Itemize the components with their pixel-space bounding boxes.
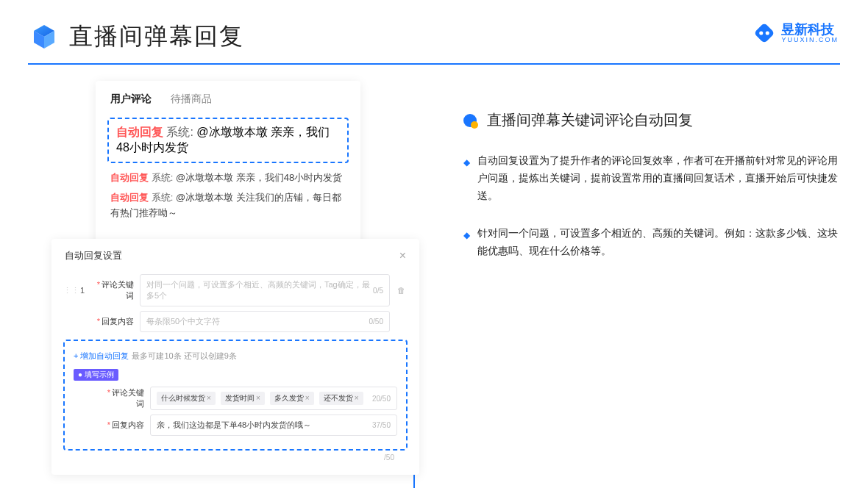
page-title: 直播间弹幕回复 [69, 21, 244, 53]
tab-pending-goods[interactable]: 待播商品 [171, 93, 212, 106]
tab-user-comments[interactable]: 用户评论 [110, 93, 152, 106]
section-title: 直播间弹幕关键词评论自动回复 [487, 110, 693, 130]
footer-count: /50 [384, 453, 394, 462]
content-label: 回复内容 [102, 317, 134, 326]
diamond-icon: ◆ [463, 155, 470, 204]
row-index: 1 [74, 286, 91, 295]
cube-icon [29, 22, 59, 51]
ex-keyword-label: 评论关键词 [112, 388, 144, 408]
svg-point-1 [760, 31, 764, 35]
svg-rect-0 [754, 23, 775, 44]
reply-line: 自动回复 系统: @冰墩墩本墩 亲亲，我们48小时内发货 [110, 171, 346, 186]
keyword-tag[interactable]: 还不发货× [319, 392, 363, 405]
brand-name: 昱新科技 [781, 23, 839, 36]
reply-line: 自动回复 系统: @冰墩墩本墩 关注我们的店铺，每日都有热门推荐呦～ [110, 190, 346, 221]
diamond-icon: ◆ [463, 228, 470, 260]
ex-content-input[interactable]: 亲，我们这边都是下单48小时内发货的哦～ 37/50 [150, 415, 397, 436]
settings-card: 自动回复设置 × ⋮⋮ 1 *评论关键词 对同一个问题，可设置多个相近、高频的关… [51, 239, 419, 475]
keyword-tag[interactable]: 发货时间× [221, 392, 265, 405]
auto-reply-tag: 自动回复 [116, 126, 163, 138]
bullet-point: ◆ 自动回复设置为了提升作者的评论回复效率，作者可在开播前针对常见的评论用户问题… [463, 152, 839, 204]
brand-diamond-icon [752, 21, 777, 46]
example-badge: ● 填写示例 [74, 369, 118, 381]
close-icon[interactable]: × [399, 249, 406, 262]
svg-point-2 [766, 31, 769, 35]
keyword-tag[interactable]: 多久发货× [270, 392, 314, 405]
keyword-tag[interactable]: 什么时候发货× [157, 392, 216, 405]
add-auto-reply-link[interactable]: + 增加自动回复最多可建10条 还可以创建9条 [74, 351, 237, 360]
bubble-icon [463, 114, 480, 127]
keyword-label: 评论关键词 [102, 280, 134, 300]
ex-keyword-input[interactable]: 什么时候发货× 发货时间× 多久发货× 还不发货× 20/50 [150, 387, 397, 410]
drag-icon[interactable]: ⋮⋮ [63, 286, 74, 295]
settings-title: 自动回复设置 [65, 249, 122, 262]
keyword-input[interactable]: 对同一个问题，可设置多个相近、高频的关键词，Tag确定，最多5个 0/5 [140, 274, 390, 306]
highlighted-reply: 自动回复 系统: @冰墩墩本墩 亲亲，我们48小时内发货 [107, 118, 349, 163]
trash-icon[interactable]: 🗑 [394, 286, 408, 295]
example-block: + 增加自动回复最多可建10条 还可以创建9条 ● 填写示例 *评论关键词 什么… [63, 340, 408, 451]
bullet-point: ◆ 针对同一个问题，可设置多个相近的、高频的关键词。例如：这款多少钱、这块能优惠… [463, 225, 839, 260]
brand-en: YUUXIN.COM [781, 36, 839, 43]
system-label: 系统: [166, 126, 193, 138]
brand-logo-block: 昱新科技 YUUXIN.COM [752, 21, 839, 46]
ex-content-label: 回复内容 [112, 420, 144, 429]
content-input[interactable]: 每条限50个中文字符 0/50 [140, 311, 390, 332]
